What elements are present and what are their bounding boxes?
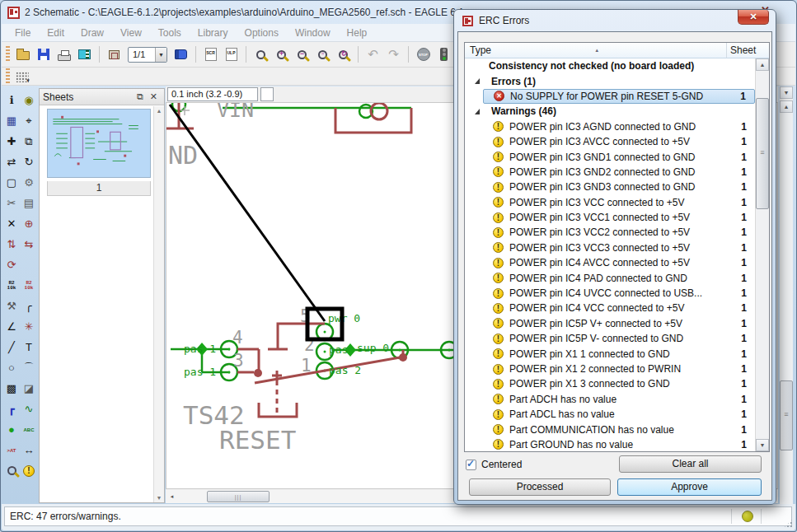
erc-row[interactable]: ! POWER pin IC5P V+ connected to +5V 1: [465, 316, 755, 331]
palette-text-button[interactable]: T: [21, 337, 38, 357]
erc-dialog-titlebar[interactable]: ERC Errors: [454, 10, 776, 31]
processed-button[interactable]: Processed: [469, 478, 611, 496]
palette-dimension-button[interactable]: ↔: [21, 440, 38, 460]
palette-copy-button[interactable]: ⧉: [21, 131, 38, 152]
erc-row[interactable]: ! POWER pin IC3 VCC1 connected to +5V 1: [465, 210, 755, 225]
menu-options[interactable]: Options: [237, 25, 287, 41]
zoom-in-button[interactable]: +: [271, 44, 292, 64]
erc-row[interactable]: ! POWER pin IC3 GND2 connected to GND 1: [465, 165, 755, 180]
erc-scroll-thumb[interactable]: ≡: [756, 98, 769, 209]
palette-rect-button[interactable]: ▩: [3, 378, 21, 399]
sheet-selector-dropdown-icon[interactable]: ▼: [155, 48, 166, 62]
palette-value-button[interactable]: R210k: [21, 275, 38, 296]
erc-row[interactable]: ! POWER pin IC4 UVCC connected to USB...…: [465, 286, 755, 301]
board-button[interactable]: [104, 44, 124, 64]
sheets-panel-header[interactable]: Sheets ⧉ ✕: [40, 89, 164, 105]
erc-row[interactable]: ! POWER pin IC3 AGND connected to GND 1: [465, 119, 755, 134]
erc-row[interactable]: ! Part ADCH has no value 1: [465, 392, 755, 407]
palette-show-button[interactable]: ◉: [21, 90, 38, 110]
palette-junction-button[interactable]: ●: [3, 419, 21, 440]
erc-row[interactable]: ! POWER pin X1 1 connected to GND 1: [465, 346, 755, 361]
approve-button[interactable]: Approve: [617, 478, 762, 496]
column-header-sheet[interactable]: Sheet: [726, 43, 769, 58]
erc-row[interactable]: ! POWER pin IC4 VCC connected to +5V 1: [465, 301, 755, 315]
palette-mirror-button[interactable]: ⇄: [3, 152, 21, 172]
erc-dialog-close-button[interactable]: ✕: [738, 10, 769, 25]
palette-group-button[interactable]: ▢: [3, 172, 21, 193]
sheets-scrollbar[interactable]: ▲ ▼: [153, 106, 164, 502]
palette-delete-button[interactable]: ✕: [3, 213, 21, 234]
zoom-select-button[interactable]: ▫: [312, 44, 333, 64]
erc-row[interactable]: ! POWER pin IC3 AVCC connected to +5V 1: [465, 134, 755, 149]
stop-button[interactable]: STOP: [413, 44, 434, 64]
erc-scroll-up-icon[interactable]: ▲: [756, 58, 769, 71]
palette-gateswap-button[interactable]: ⇆: [21, 234, 38, 254]
erc-row[interactable]: ! POWER pin IC3 VCC2 connected to +5V 1: [465, 225, 755, 240]
menu-draw[interactable]: Draw: [73, 25, 112, 41]
zoom-redraw-button[interactable]: ↻: [333, 44, 354, 64]
command-input[interactable]: [260, 87, 274, 101]
menu-file[interactable]: File: [7, 25, 39, 41]
menu-edit[interactable]: Edit: [39, 25, 73, 41]
erc-row[interactable]: ! Part COMMUNICATION has no value 1: [465, 422, 755, 436]
palette-name-button[interactable]: R210k: [3, 275, 21, 296]
sheets-scroll-up-icon[interactable]: ▲: [157, 106, 162, 115]
redo-button[interactable]: ↷: [383, 44, 404, 64]
hscroll-left-icon[interactable]: ◂: [166, 490, 178, 503]
sheets-float-icon[interactable]: ⧉: [134, 91, 147, 102]
erc-scroll-down-icon[interactable]: ▼: [756, 439, 769, 451]
palette-label-button[interactable]: ABC: [21, 419, 38, 440]
palette-miter-button[interactable]: ╭: [21, 296, 38, 316]
palette-info-button[interactable]: ℹ: [3, 90, 21, 110]
erc-row[interactable]: ! POWER pin X1 3 connected to GND 1: [465, 376, 755, 391]
menu-library[interactable]: Library: [190, 25, 237, 41]
palette-paste-button[interactable]: ▤: [21, 193, 38, 213]
palette-add-button[interactable]: ⊕: [21, 213, 38, 234]
save-button[interactable]: [33, 44, 54, 64]
column-header-type[interactable]: Type ▴: [465, 43, 726, 58]
menu-window[interactable]: Window: [287, 25, 339, 41]
menu-help[interactable]: Help: [339, 25, 376, 41]
palette-circle-button[interactable]: ○: [3, 357, 21, 378]
erc-row[interactable]: ! POWER pin X1 2 connected to PWRIN 1: [465, 362, 755, 376]
palette-cut-button[interactable]: ✂: [3, 193, 21, 213]
erc-row[interactable]: Warnings (46): [465, 104, 755, 119]
go-button[interactable]: [434, 44, 454, 64]
palette-bus-button[interactable]: ┏: [3, 399, 21, 419]
palette-split-button[interactable]: ∠: [3, 316, 21, 337]
vscroll-track[interactable]: ≡: [780, 113, 793, 504]
erc-row[interactable]: ! POWER pin IC5P V- connected to GND 1: [465, 331, 755, 346]
clear-all-button[interactable]: Clear all: [619, 455, 762, 473]
erc-row[interactable]: Consistency not checked (no board loaded…: [465, 58, 755, 73]
toolbar-drag-handle[interactable]: [6, 46, 10, 63]
sheets-close-icon[interactable]: ✕: [147, 91, 161, 102]
open-button[interactable]: [12, 44, 33, 64]
undo-button[interactable]: ↶: [363, 44, 383, 64]
erc-row[interactable]: ! POWER pin IC4 AVCC connected to +5V 1: [465, 255, 755, 270]
palette-arc-button[interactable]: ⌒: [21, 357, 38, 378]
palette-smash-button[interactable]: ⚒: [3, 296, 21, 316]
erc-row[interactable]: ! POWER pin IC3 VCC3 connected to +5V 1: [465, 240, 755, 255]
erc-row[interactable]: ! POWER pin IC3 VCC connected to +5V 1: [465, 195, 755, 210]
vscroll-thumb[interactable]: ≡: [780, 380, 793, 450]
erc-row[interactable]: Errors (1): [465, 73, 755, 88]
grid-button[interactable]: ▾: [12, 67, 33, 86]
erc-row[interactable]: ✕ No SUPPLY for POWER pin RESET 5-GND 1: [465, 89, 755, 104]
erc-list-scrollbar[interactable]: ▲ ≡ ▼: [755, 58, 769, 451]
erc-row[interactable]: ! Part GROUND has no value 1: [465, 437, 755, 451]
toolbar-overflow-icon[interactable]: ▼: [780, 86, 793, 99]
vscroll-up-icon[interactable]: ▲: [780, 100, 793, 113]
palette-invoke-button[interactable]: ✳: [21, 316, 38, 337]
erc-row[interactable]: ! POWER pin IC3 GND3 connected to GND 1: [465, 180, 755, 194]
zoom-out-button[interactable]: −: [292, 44, 312, 64]
palette-net-button[interactable]: ∿: [21, 399, 38, 419]
palette-polygon-button[interactable]: ◪: [21, 378, 38, 399]
toolbar-drag-handle[interactable]: [6, 68, 10, 85]
palette-erc-button[interactable]: [3, 460, 21, 481]
menu-tools[interactable]: Tools: [150, 25, 190, 41]
print-button[interactable]: [54, 44, 74, 64]
script-button[interactable]: SCR: [200, 44, 221, 64]
erc-row[interactable]: ! POWER pin IC3 GND1 connected to GND 1: [465, 149, 755, 164]
sheets-scroll-down-icon[interactable]: ▼: [157, 493, 162, 502]
palette-attribute-button[interactable]: >AT: [3, 440, 21, 460]
